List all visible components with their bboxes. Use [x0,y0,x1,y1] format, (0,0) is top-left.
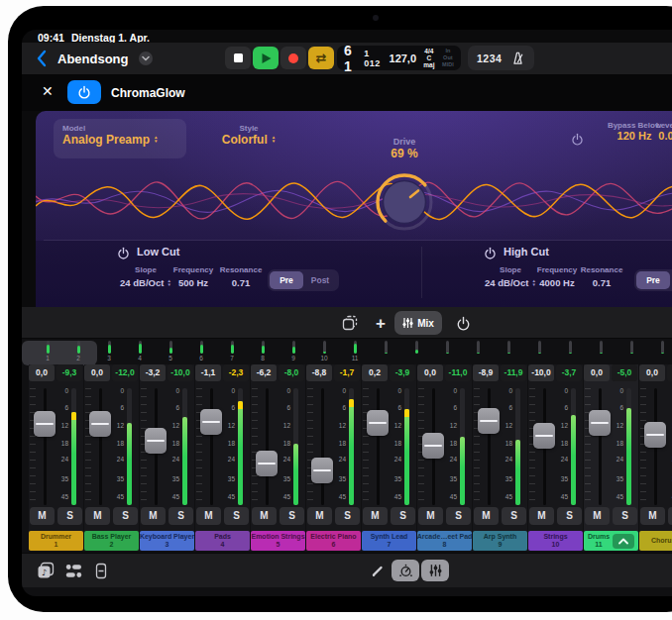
track-label[interactable]: Arcade…eet Pad8 [417,531,472,551]
pan-value[interactable]: -6,2 [251,364,277,381]
mute-button[interactable]: M [30,507,55,525]
mute-button[interactable]: M [418,507,443,525]
solo-button[interactable]: S [446,507,471,525]
mute-button[interactable]: M [252,507,277,525]
track-label[interactable]: Synth Lead7 [362,531,416,551]
mini-meter[interactable] [565,341,575,363]
stop-button[interactable] [225,47,251,69]
mute-button[interactable]: M [640,507,665,525]
mute-button[interactable]: M [196,507,221,525]
pan-value[interactable]: 0,0 [84,364,110,381]
mini-meter[interactable]: 1 [43,341,53,363]
close-icon[interactable]: ✕ [42,83,54,99]
pan-value[interactable]: -8,9 [473,364,499,381]
mini-meter[interactable]: 2 [73,341,83,363]
pan-value[interactable]: 0,0 [639,364,665,381]
channel-strip-button[interactable] [91,561,111,580]
pan-value[interactable]: 0,0 [584,364,610,381]
edit-button[interactable] [368,561,388,580]
post-button[interactable]: Post [303,271,337,289]
track-label[interactable]: Pads4 [195,531,250,551]
mini-meter[interactable] [504,341,513,363]
mini-meter[interactable]: 5 [166,341,175,363]
model-selector[interactable]: Model Analog Preamp▲▼ [54,119,186,158]
cycle-button[interactable]: ⇄ [308,47,334,69]
low-cut-resonance[interactable]: Resonance 0.71 [211,265,271,288]
pre-button[interactable]: Pre [636,271,670,289]
mix-view-button[interactable]: Mix [394,311,442,335]
drive-knob[interactable] [371,168,438,236]
track-label[interactable]: Keyboard Player3 [140,531,194,551]
plugin-power-button[interactable] [67,80,101,104]
stepper-icon[interactable]: ▲▼ [272,136,276,144]
pan-value[interactable]: -10,0 [528,364,554,381]
loop-browser-button[interactable]: ♪ [36,561,56,580]
mute-button[interactable]: M [474,507,499,525]
mini-meter[interactable]: 7 [227,341,237,363]
mini-meter[interactable] [626,341,636,363]
mute-button[interactable]: M [141,507,166,525]
mini-meter[interactable] [657,341,667,363]
solo-button[interactable]: S [613,507,637,525]
mute-button[interactable]: M [363,507,388,525]
mini-meter[interactable]: 10 [319,341,329,363]
mini-meter[interactable] [534,341,544,363]
high-cut-power-button[interactable] [484,246,498,259]
track-label[interactable]: Drums11 [584,531,638,551]
song-title[interactable]: Abendsong [57,52,129,66]
track-label[interactable]: Electric Piano6 [306,531,361,551]
mini-meter[interactable]: 3 [104,341,114,363]
track-label[interactable]: Bass Player2 [84,531,139,551]
bypass-power-button[interactable] [571,132,585,146]
song-menu-button[interactable] [139,52,153,65]
mini-meter[interactable] [381,341,391,363]
level-control[interactable]: Level 0.0 [638,121,672,160]
duplicate-button[interactable] [337,311,363,335]
solo-button[interactable]: S [57,507,82,525]
mini-meter-selection[interactable] [22,341,97,365]
solo-button[interactable]: S [391,507,415,525]
count-in-button[interactable]: 1234 [477,52,502,64]
mini-meter[interactable]: 6 [196,341,206,363]
pan-value[interactable]: -8,8 [306,364,332,381]
lcd-display[interactable]: 6 11 012 127,0 4/4 C maj In Out MIDI [337,46,461,70]
mini-meter[interactable] [596,341,606,363]
pan-value[interactable]: -3,2 [140,364,166,381]
track-label[interactable]: Chorus V [639,531,672,551]
solo-button[interactable]: S [280,507,304,525]
track-label[interactable]: Strings10 [528,531,583,551]
controls-view-button[interactable] [392,560,419,581]
pan-value[interactable]: 0,0 [29,364,55,381]
solo-button[interactable]: S [668,507,672,525]
mixer-power-button[interactable] [450,311,476,335]
mixer-view-button[interactable] [421,560,449,581]
pre-button[interactable]: Pre [270,271,303,289]
mute-button[interactable]: M [85,507,110,525]
track-label[interactable]: Emotion Strings5 [251,531,305,551]
metronome-icon[interactable] [510,51,525,65]
mini-meter[interactable]: 4 [135,341,145,363]
mini-meter[interactable] [473,341,483,363]
low-cut-power-button[interactable] [117,246,131,259]
record-button[interactable] [280,47,306,69]
mini-meter[interactable]: 11 [350,341,360,363]
mini-meter[interactable]: 9 [288,341,298,363]
pan-value[interactable]: 0,0 [417,364,443,381]
mini-meter[interactable] [442,341,452,363]
high-cut-resonance[interactable]: Resonance 0.71 [572,265,631,288]
solo-button[interactable]: S [113,507,138,525]
pan-value[interactable]: 0,2 [362,364,388,381]
track-label[interactable]: Drummer1 [29,531,83,551]
browser-button[interactable] [63,561,83,580]
mini-meter[interactable] [411,341,421,363]
mute-button[interactable]: M [529,507,554,525]
mute-button[interactable]: M [585,507,610,525]
play-button[interactable] [253,47,279,69]
style-selector[interactable]: Style Colorful▲▼ [202,119,295,158]
track-collapse-button[interactable] [613,534,634,549]
back-button[interactable] [36,49,50,68]
solo-button[interactable]: S [502,507,526,525]
solo-button[interactable]: S [557,507,582,525]
pan-value[interactable]: -1,1 [195,364,221,381]
add-track-button[interactable]: + [369,311,392,335]
